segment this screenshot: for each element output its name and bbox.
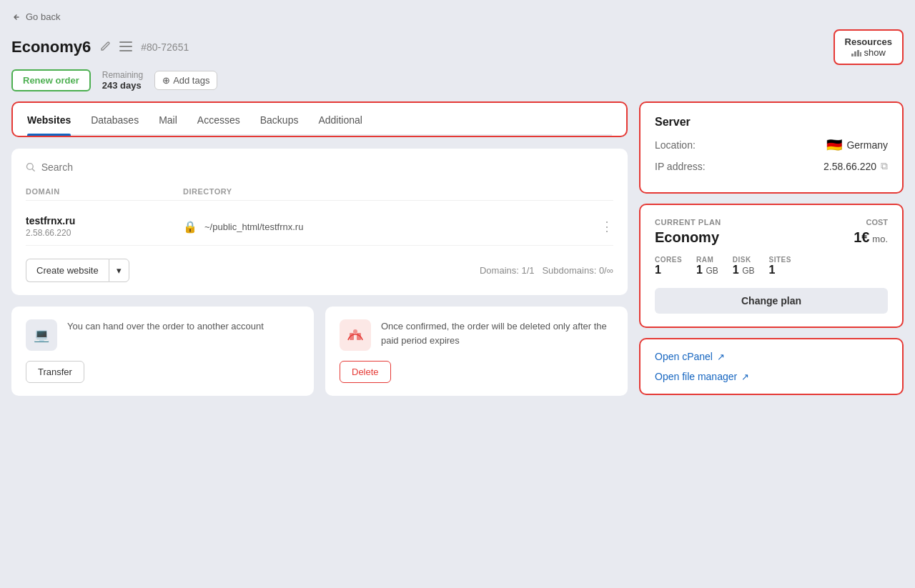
create-website-button[interactable]: Create website: [26, 259, 109, 282]
websites-footer: Create website ▾ Domains: 1/1 Subdomains…: [26, 259, 613, 282]
transfer-text: You can hand over the order to another a…: [67, 319, 264, 334]
tab-backups[interactable]: Backups: [260, 103, 299, 134]
create-website-dropdown[interactable]: ▾: [109, 259, 129, 282]
sites-stat: Sites 1: [768, 256, 791, 276]
open-file-manager-link[interactable]: Open file manager ↗: [655, 371, 888, 382]
warning-icon: [347, 327, 364, 343]
cores-stat: Cores 1: [655, 256, 682, 276]
plan-name-row: Economy 1€ mo.: [655, 229, 888, 246]
plan-stats: Cores 1 RAM 1 GB Disk 1 GB: [655, 256, 888, 276]
delete-panel: Once confirmed, the order will be delete…: [325, 307, 628, 396]
disk-value: 1 GB: [733, 264, 755, 276]
bottom-panels: 💻 You can hand over the order to another…: [11, 307, 628, 396]
resources-show-label: show: [851, 47, 886, 58]
tabs-row: Websites Databases Mail Accesses Backups…: [27, 103, 612, 136]
left-column: Websites Databases Mail Accesses Backups…: [11, 101, 628, 396]
table-row: testfrnx.ru 2.58.66.220 🔒 ~/public_html/…: [26, 208, 613, 246]
copy-ip-icon[interactable]: ⧉: [881, 160, 888, 172]
domains-info: Domains: 1/1 Subdomains: 0/∞: [480, 265, 613, 276]
domain-info: testfrnx.ru 2.58.66.220: [26, 215, 183, 238]
links-card: Open cPanel ↗ Open file manager ↗: [639, 338, 904, 395]
search-bar: [26, 161, 613, 173]
plan-card: Current Plan Cost Economy 1€ mo. Cores 1…: [639, 204, 904, 328]
tabs-card: Websites Databases Mail Accesses Backups…: [11, 101, 628, 137]
svg-point-10: [353, 329, 357, 334]
svg-rect-2: [119, 50, 132, 51]
table-header: Domain Directory: [26, 187, 613, 201]
change-plan-button[interactable]: Change plan: [655, 288, 888, 314]
plan-price-group: 1€ mo.: [854, 229, 888, 246]
external-link-icon: ↗: [717, 352, 725, 362]
edit-icon[interactable]: [99, 41, 111, 54]
location-row: Location: 🇩🇪 Germany: [655, 137, 888, 153]
remaining-info: Remaining 243 days: [102, 70, 143, 91]
resources-show-button[interactable]: Resources show: [834, 29, 904, 65]
tab-accesses[interactable]: Accesses: [197, 103, 240, 134]
tab-websites[interactable]: Websites: [27, 103, 71, 134]
arrow-left-icon: [11, 12, 21, 22]
right-column: Server Location: 🇩🇪 Germany IP address: …: [639, 101, 904, 396]
go-back-label: Go back: [26, 11, 60, 22]
tab-mail[interactable]: Mail: [159, 103, 177, 134]
create-website-group: Create website ▾: [26, 259, 129, 282]
svg-rect-6: [860, 52, 861, 56]
transfer-icon: 💻: [26, 319, 57, 351]
tab-additional[interactable]: Additional: [318, 103, 362, 134]
lock-icon: 🔒: [183, 220, 197, 234]
external-link-icon-2: ↗: [741, 372, 749, 382]
svg-rect-4: [854, 51, 856, 56]
open-cpanel-link[interactable]: Open cPanel ↗: [655, 351, 888, 362]
delete-icon: [340, 319, 371, 351]
location-value: 🇩🇪 Germany: [826, 137, 888, 153]
svg-rect-3: [851, 54, 854, 56]
svg-rect-1: [119, 46, 132, 47]
ram-stat: RAM 1 GB: [696, 256, 718, 276]
menu-icon[interactable]: [119, 41, 132, 54]
resources-label: Resources: [845, 36, 892, 47]
chart-icon: [851, 49, 861, 56]
order-id: #80-72651: [141, 41, 189, 53]
delete-text: Once confirmed, the order will be delete…: [381, 319, 613, 347]
go-back-link[interactable]: Go back: [11, 11, 904, 22]
germany-flag: 🇩🇪: [826, 137, 842, 153]
server-card: Server Location: 🇩🇪 Germany IP address: …: [639, 101, 904, 194]
more-options-icon[interactable]: ⋮: [600, 219, 613, 234]
disk-stat: Disk 1 GB: [733, 256, 755, 276]
tab-databases[interactable]: Databases: [91, 103, 139, 134]
search-icon: [26, 162, 36, 172]
delete-button[interactable]: Delete: [340, 361, 391, 383]
websites-card: Domain Directory testfrnx.ru 2.58.66.220…: [11, 149, 628, 295]
renew-order-button[interactable]: Renew order: [11, 69, 91, 91]
plus-icon: ⊕: [162, 75, 170, 86]
transfer-content: 💻 You can hand over the order to another…: [26, 319, 300, 351]
svg-rect-5: [857, 50, 859, 56]
transfer-panel: 💻 You can hand over the order to another…: [11, 307, 314, 396]
search-input[interactable]: [41, 161, 613, 173]
ram-value: 1 GB: [696, 264, 718, 276]
delete-content: Once confirmed, the order will be delete…: [340, 319, 613, 351]
add-tags-button[interactable]: ⊕ Add tags: [154, 71, 217, 90]
header-section: Economy6 #80-72651 Resources show: [11, 29, 904, 65]
page-title: Economy6: [11, 38, 91, 56]
svg-rect-0: [119, 41, 132, 43]
ip-row: IP address: 2.58.66.220 ⧉: [655, 160, 888, 172]
transfer-button[interactable]: Transfer: [26, 361, 84, 383]
main-layout: Websites Databases Mail Accesses Backups…: [11, 101, 904, 396]
sub-header: Renew order Remaining 243 days ⊕ Add tag…: [11, 69, 904, 91]
ip-value: 2.58.66.220 ⧉: [824, 160, 888, 172]
